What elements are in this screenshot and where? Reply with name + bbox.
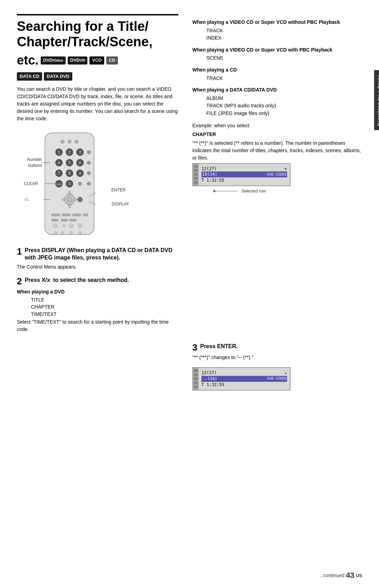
example-text: Example: when you select xyxy=(192,122,362,129)
right-section1: When playing a VIDEO CD or Super VCD wit… xyxy=(192,19,362,42)
footer-page: 43 xyxy=(346,570,354,581)
page-container: Searching for a Title/ Chapter/Track/Sce… xyxy=(0,0,379,588)
svg-point-30 xyxy=(87,182,91,185)
svg-marker-59 xyxy=(213,190,216,192)
footer-region: US xyxy=(356,573,362,579)
enter-label: ENTER xyxy=(111,187,126,193)
bottom-left xyxy=(17,343,178,391)
right-item-index: INDEX xyxy=(206,35,362,42)
right-header2: When playing a VIDEO CD or Super VCD wit… xyxy=(192,47,362,54)
right-item-trackmp3: TRACK (MP3 audio tracks only) xyxy=(206,102,362,109)
screen2-dvdlabel: DVD VIDEO xyxy=(267,376,286,381)
svg-point-44 xyxy=(53,224,58,228)
right-section2: When playing a VIDEO CD or Super VCD wit… xyxy=(192,47,362,62)
footer: , continued 43 US xyxy=(320,570,362,581)
right-column: When playing a VIDEO CD or Super VCD wit… xyxy=(192,19,362,339)
right-section4: When playing a DATA CD/DATA DVD ALBUM TR… xyxy=(192,87,362,117)
quote1-text: "** (**)" is selected (** refers to a nu… xyxy=(192,140,362,162)
main-layout: Searching for a Title/ Chapter/Track/Sce… xyxy=(17,19,362,339)
svg-text:6: 6 xyxy=(79,161,81,165)
svg-rect-39 xyxy=(72,214,81,216)
step2-note: Select "TIME/TEXT" to search for a start… xyxy=(17,318,178,333)
step3-header: 3 Press ENTER. xyxy=(192,343,362,352)
updown-label: ↑/↓ xyxy=(24,197,29,203)
screen1-row1: 12(27) xyxy=(201,166,217,172)
step3-title: Press ENTER. xyxy=(200,343,238,350)
svg-text:0: 0 xyxy=(68,182,71,186)
screen1-row3: T 1:32:55 xyxy=(201,178,224,183)
svg-point-46 xyxy=(69,224,73,228)
right-header3: When playing a CD xyxy=(192,67,362,74)
chapter-label: CHAPTER xyxy=(192,131,362,138)
etc-text: etc. xyxy=(17,52,39,69)
step2-item-title: TITLE xyxy=(31,297,178,304)
badge-vcd: VCD xyxy=(89,56,104,64)
selected-row-label: Selected row xyxy=(241,188,266,194)
right-item-track2: TRACK xyxy=(206,75,362,82)
selected-row-arrow xyxy=(213,188,241,195)
screen2: 12(27) ▶ --(34) DVD VIDEO T 1:32:55 xyxy=(192,367,291,390)
step1-section: 1 Press DISPLAY (When playing a DATA CD … xyxy=(17,247,178,270)
screen2-row3: T 1:32:55 xyxy=(201,382,224,387)
svg-point-36 xyxy=(67,197,72,202)
right-header1: When playing a VIDEO CD or Super VCD wit… xyxy=(192,19,362,26)
svg-point-3 xyxy=(75,140,78,143)
step2-item-timetext: TIME/TEXT xyxy=(31,311,178,318)
step1-title: Press DISPLAY (When playing a DATA CD or… xyxy=(25,247,178,262)
svg-text:3: 3 xyxy=(79,150,81,154)
svg-rect-41 xyxy=(51,219,58,222)
page-title: Searching for a Title/ Chapter/Track/Sce… xyxy=(17,19,178,49)
badge-datadvd: DATA DVD xyxy=(44,72,72,81)
svg-point-47 xyxy=(78,224,82,228)
screen1-content: 12(27) ▶ 18(34) DVD VIDEO T 1:32:55 xyxy=(199,164,290,185)
selected-row-area: Selected row xyxy=(213,188,298,195)
clear-label: CLEAR xyxy=(24,181,38,187)
badge-dvdvr: DVDVR xyxy=(68,56,88,64)
svg-point-52 xyxy=(78,197,82,202)
screen1-row2: 18(34) xyxy=(202,171,217,177)
right-item-album: ALBUM xyxy=(206,95,362,102)
step3-number: 3 xyxy=(192,343,197,352)
svg-rect-42 xyxy=(61,219,68,222)
bottom-right: 3 Press ENTER. "** (***)" changes to "--… xyxy=(192,343,362,391)
svg-rect-37 xyxy=(51,214,60,216)
step3-note: "** (***)" changes to "-- (**)." xyxy=(192,354,362,361)
right-header4: When playing a DATA CD/DATA DVD xyxy=(192,87,362,94)
svg-text:1: 1 xyxy=(58,150,60,154)
side-tab: Searching for a Scene xyxy=(374,70,379,130)
svg-text:2: 2 xyxy=(68,150,71,154)
remote-diagram: 1 2 3 4 5 6 7 xyxy=(24,129,122,243)
svg-text:CLR: CLR xyxy=(56,183,61,185)
step2-subhead: When playing a DVD xyxy=(17,289,178,296)
screen1: 12(27) ▶ 18(34) DVD VIDEO T 1:32:55 xyxy=(192,163,291,186)
svg-point-29 xyxy=(78,182,82,185)
footer-continued: , continued xyxy=(320,572,345,579)
step2-header: 2 Press X/x to select the search method. xyxy=(17,277,178,286)
svg-text:9: 9 xyxy=(79,171,81,175)
badge-row2: DATA CD DATA DVD xyxy=(17,72,178,81)
screen2-bars xyxy=(193,368,199,390)
intro-paragraph: You can search a DVD by title or chapter… xyxy=(17,86,178,122)
svg-text:7: 7 xyxy=(58,171,60,175)
badge-cd: CD xyxy=(106,56,118,64)
svg-point-10 xyxy=(87,150,91,154)
screen2-content: 12(27) ▶ --(34) DVD VIDEO T 1:32:55 xyxy=(199,368,290,390)
svg-point-1 xyxy=(61,140,64,143)
screen1-container: 12(27) ▶ 18(34) DVD VIDEO T 1:32:55 xyxy=(192,163,298,195)
step3-section: 3 Press ENTER. "** (***)" changes to "--… xyxy=(192,343,362,361)
screen1-dvdlabel: DVD VIDEO xyxy=(267,172,286,177)
right-item-filejpeg: FILE (JPEG image files only) xyxy=(206,110,362,117)
display-label: DISPLAY xyxy=(112,201,129,207)
step1-subtitle: The Control Menu appears. xyxy=(17,264,178,271)
top-border xyxy=(17,14,178,15)
svg-rect-43 xyxy=(69,219,77,222)
left-column: Searching for a Title/ Chapter/Track/Sce… xyxy=(17,19,178,339)
step2-title: Press X/x to select the search method. xyxy=(25,277,129,284)
svg-point-50 xyxy=(70,231,73,234)
svg-text:5: 5 xyxy=(68,161,71,165)
svg-text:4: 4 xyxy=(58,161,60,165)
screen2-row1: 12(27) xyxy=(201,370,217,376)
right-item-scene: SCENE xyxy=(206,55,362,62)
badge-dvdvideo: DVDVideo xyxy=(41,56,66,64)
svg-point-17 xyxy=(87,161,91,164)
